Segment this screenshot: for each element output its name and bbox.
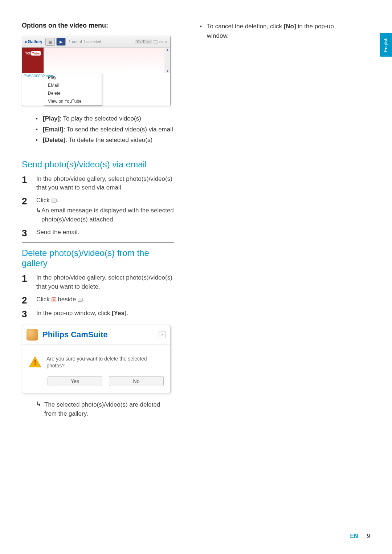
video-menu-screenshot: ◂ Gallery ▦ ▶ 1 out of 1 selected YouTub… bbox=[22, 36, 171, 106]
footer-lang: EN bbox=[350, 533, 358, 539]
step-number: 1 bbox=[22, 273, 36, 291]
options-heading: Options on the video menu: bbox=[22, 22, 174, 29]
save-icon[interactable]: 🗔 bbox=[153, 39, 158, 45]
language-tab: English bbox=[380, 33, 392, 57]
close-icon[interactable]: × bbox=[159, 331, 166, 338]
x-icon: × bbox=[52, 297, 56, 302]
email-icon[interactable]: ✉ bbox=[159, 39, 163, 45]
cancel-note: To cancel the deletion, click [No] in th… bbox=[207, 22, 345, 40]
photo-tab-icon[interactable]: ▦ bbox=[45, 38, 55, 46]
menu-youtube[interactable]: View on YouTube bbox=[44, 97, 102, 105]
step-body: Send the email. bbox=[36, 228, 174, 239]
step-body: In the photo/video gallery, select photo… bbox=[36, 175, 174, 192]
divider bbox=[22, 243, 174, 243]
confirm-dialog: Philips CamSuite × ! Are you sure you wa… bbox=[22, 325, 171, 393]
step-number: 3 bbox=[22, 309, 36, 319]
page-footer: EN 9 bbox=[350, 533, 370, 539]
footer-page: 9 bbox=[367, 533, 370, 539]
scrollbar[interactable]: ▴▾ bbox=[164, 48, 170, 73]
step-body: Click . ↳ An email message is displayed … bbox=[36, 196, 174, 224]
video-filename: PWV-00002.wmv bbox=[24, 74, 54, 78]
step-number: 3 bbox=[22, 228, 36, 239]
result-arrow-icon: ↳ bbox=[36, 400, 44, 418]
email-section-title: Send photo(s)/video(s) via email bbox=[22, 159, 174, 170]
gallery-back-button[interactable]: ◂ Gallery bbox=[24, 39, 42, 44]
dialog-title: Philips CamSuite bbox=[42, 330, 108, 339]
no-button[interactable]: No bbox=[109, 376, 164, 386]
step-number: 2 bbox=[22, 196, 36, 224]
step-body: Click × beside . bbox=[36, 295, 174, 306]
step-body: In the photo/video gallery, select photo… bbox=[36, 273, 174, 291]
yes-button[interactable]: Yes bbox=[48, 376, 102, 386]
result-text: An email message is displayed with the s… bbox=[41, 206, 174, 224]
email-icon bbox=[52, 199, 57, 203]
delete-icon[interactable]: ✕ bbox=[164, 39, 168, 45]
warning-icon: ! bbox=[29, 355, 41, 368]
dialog-message: Are you sure you want to delete the sele… bbox=[46, 355, 164, 370]
divider bbox=[22, 154, 174, 154]
video-thumbnail[interactable]: YouTube PWV-00002.wmv bbox=[22, 48, 44, 73]
menu-delete[interactable]: Delete bbox=[44, 89, 102, 97]
menu-email[interactable]: EMail bbox=[44, 81, 102, 89]
step-number: 2 bbox=[22, 295, 36, 306]
youtube-icon[interactable]: YouTube bbox=[135, 40, 152, 44]
video-tab-icon[interactable]: ▶ bbox=[56, 38, 66, 46]
options-list: [Play]: To play the selected video(s) [E… bbox=[43, 114, 174, 145]
email-icon bbox=[78, 298, 83, 302]
result-arrow-icon: ↳ bbox=[36, 206, 41, 224]
selection-count: 1 out of 1 selected bbox=[69, 40, 101, 44]
svg-text:!: ! bbox=[34, 359, 36, 367]
camsuite-logo-icon bbox=[26, 329, 38, 341]
result-text: The selected photo(s)/video(s) are delet… bbox=[44, 400, 174, 418]
step-number: 1 bbox=[22, 175, 36, 192]
delete-section-title: Delete photo(s)/video(s) from the galler… bbox=[22, 248, 174, 268]
step-body: In the pop-up window, click [Yes]. bbox=[36, 309, 174, 319]
